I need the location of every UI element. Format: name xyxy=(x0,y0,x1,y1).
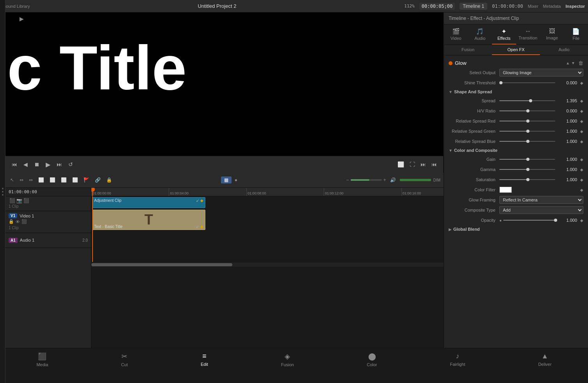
tab-transition[interactable]: ↔ Transition xyxy=(516,25,540,45)
v1-badge[interactable]: V1 xyxy=(9,213,17,218)
zoom-controls: − + xyxy=(346,177,386,183)
rel-spread-blue-keyframe[interactable]: ◆ xyxy=(580,139,583,144)
view-toggle-btn[interactable]: ▦ xyxy=(221,176,232,183)
sub-tab-fusion[interactable]: Fusion xyxy=(444,45,492,55)
rel-spread-red-keyframe[interactable]: ◆ xyxy=(580,119,583,123)
v1-track-header: V1 Video 1 🔒 👁 ⬛ 1 Clip xyxy=(5,211,91,233)
nav-cut[interactable]: ✂ Cut xyxy=(113,350,135,369)
rel-spread-red-slider[interactable] xyxy=(499,121,555,121)
scrollbar-thumb[interactable] xyxy=(91,263,232,266)
nav-edit[interactable]: ≡ Edit xyxy=(193,350,216,369)
hv-ratio-label: H/V Ratio xyxy=(449,109,499,113)
tab-file[interactable]: 📄 File xyxy=(564,25,588,45)
overwrite2-btn[interactable]: ⬜ xyxy=(59,176,68,183)
title-clip[interactable]: T Text - Basic Title ↙ ◆ xyxy=(92,210,205,230)
effect-down-arrow[interactable]: ▼ xyxy=(571,61,575,65)
lock-icon[interactable]: 🔒 xyxy=(9,219,14,224)
saturation-slider[interactable] xyxy=(499,179,555,180)
fullscreen-btn[interactable]: ⛶ xyxy=(408,160,417,169)
go-end-btn[interactable]: ⏭ xyxy=(55,160,64,169)
sub-tab-openfx[interactable]: Open FX xyxy=(492,45,540,55)
play-btn[interactable]: ▶ xyxy=(44,159,52,170)
saturation-keyframe[interactable]: ◆ xyxy=(580,178,583,182)
opacity-circle[interactable]: ● xyxy=(499,218,502,223)
preview-play-btn[interactable]: ▶ xyxy=(20,16,24,22)
prev-frame-btn[interactable]: ◀ xyxy=(22,160,29,169)
global-blend-section[interactable]: ▶ Global Blend xyxy=(444,225,588,233)
hv-ratio-slider[interactable] xyxy=(499,110,555,111)
spread-slider[interactable] xyxy=(499,100,555,101)
color-composite-section[interactable]: ▼ Color and Composite xyxy=(444,146,588,154)
hv-ratio-keyframe[interactable]: ◆ xyxy=(580,109,583,113)
inspector-btn[interactable]: Inspector xyxy=(565,4,585,9)
overwrite3-btn[interactable]: ⬜ xyxy=(71,176,80,183)
shine-threshold-slider[interactable] xyxy=(499,82,555,83)
nav-fusion[interactable]: ◈ Fusion xyxy=(273,350,302,369)
opacity-slider[interactable] xyxy=(503,220,555,221)
volume-bar[interactable] xyxy=(400,179,431,181)
sound-library-btn[interactable]: Sound Library xyxy=(3,4,30,9)
spread-keyframe[interactable]: ◆ xyxy=(580,99,583,103)
gain-keyframe[interactable]: ◆ xyxy=(580,157,583,162)
sub-tab-audio[interactable]: Audio xyxy=(540,45,588,55)
timeline-name[interactable]: Timeline 1 xyxy=(460,3,487,10)
tab-image[interactable]: 🖼 Image xyxy=(540,25,564,45)
adjustment-clip[interactable]: Adjustment Clip ↙ ◆ xyxy=(92,197,205,208)
color-toggle-btn[interactable]: ● xyxy=(233,176,239,183)
shine-threshold-keyframe[interactable]: ◆ xyxy=(580,81,583,85)
zoom-plus-icon[interactable]: + xyxy=(383,177,386,183)
insert-btn[interactable]: ⬜ xyxy=(37,176,46,183)
effect-delete-btn[interactable]: 🗑 xyxy=(578,60,583,66)
gamma-keyframe[interactable]: ◆ xyxy=(580,167,583,172)
rel-spread-green-keyframe[interactable]: ◆ xyxy=(580,129,583,134)
effect-enabled-dot[interactable] xyxy=(449,61,453,65)
color-filter-keyframe[interactable]: ◆ xyxy=(580,188,583,192)
a1-badge[interactable]: A1 xyxy=(9,238,18,243)
tab-effects[interactable]: ✦ Effects xyxy=(492,25,516,45)
tab-video[interactable]: 🎬 Video xyxy=(444,25,468,45)
nav-color[interactable]: ⬤ Color xyxy=(359,350,385,369)
metadata-btn[interactable]: Metadata xyxy=(543,4,561,9)
lock-btn[interactable]: 🔒 xyxy=(105,176,114,183)
volume-btn[interactable]: 🔊 xyxy=(388,176,397,183)
timeline-scrollbar[interactable] xyxy=(91,262,444,267)
view-icon[interactable]: 👁 xyxy=(16,219,20,224)
opacity-keyframe[interactable]: ◆ xyxy=(580,218,583,223)
color-filter-swatch[interactable] xyxy=(499,187,512,193)
gamma-slider[interactable] xyxy=(499,169,555,170)
loop-btn[interactable]: ↺ xyxy=(67,160,75,169)
trim2-btn[interactable]: ⇔ xyxy=(27,176,34,183)
go-start-btn[interactable]: ⏮ xyxy=(10,160,19,169)
nav-fairlight[interactable]: ♪ Fairlight xyxy=(442,350,473,369)
overwrite-btn[interactable]: ⬜ xyxy=(48,176,57,183)
composite-type-select[interactable]: Add xyxy=(499,206,583,214)
left-handle[interactable] xyxy=(0,0,5,383)
playhead-line[interactable] xyxy=(92,196,93,262)
nav-media[interactable]: ⬛ Media xyxy=(29,350,56,369)
tab-audio[interactable]: 🎵 Audio xyxy=(468,25,492,45)
rel-spread-green-slider[interactable] xyxy=(499,131,555,132)
view-btn[interactable]: ⬜ xyxy=(396,160,406,169)
spread-value: 1.395 xyxy=(555,98,579,103)
prev-clip-btn[interactable]: ⏮ xyxy=(430,160,438,169)
gain-slider[interactable] xyxy=(499,159,555,160)
glow-framing-select[interactable]: Reflect In Camera xyxy=(499,196,583,204)
rel-spread-blue-slider[interactable] xyxy=(499,141,555,142)
shape-spread-section[interactable]: ▼ Shape And Spread xyxy=(444,88,588,96)
zoom-minus-icon[interactable]: − xyxy=(346,177,349,183)
handle-dot xyxy=(2,191,4,192)
select-tool-btn[interactable]: ↖ xyxy=(9,176,16,183)
dim-label: DIM xyxy=(433,178,440,182)
audio-icon[interactable]: ⬛ xyxy=(21,219,27,224)
nav-deliver[interactable]: ▲ Deliver xyxy=(530,350,559,369)
link-btn[interactable]: 🔗 xyxy=(93,176,102,183)
current-time-display[interactable]: 00:00:05;00 xyxy=(419,3,455,10)
effect-up-arrow[interactable]: ▲ xyxy=(566,61,570,65)
zoom-bar[interactable] xyxy=(351,179,382,181)
stop-btn[interactable]: ⏹ xyxy=(32,160,41,169)
next-clip-btn[interactable]: ⏭ xyxy=(419,160,428,169)
select-output-select[interactable]: Glowing Image xyxy=(499,69,583,77)
mixer-btn[interactable]: Mixer xyxy=(528,4,538,9)
flag-btn[interactable]: 🚩 xyxy=(82,176,91,183)
trim-btn[interactable]: ⇔ xyxy=(18,176,25,183)
